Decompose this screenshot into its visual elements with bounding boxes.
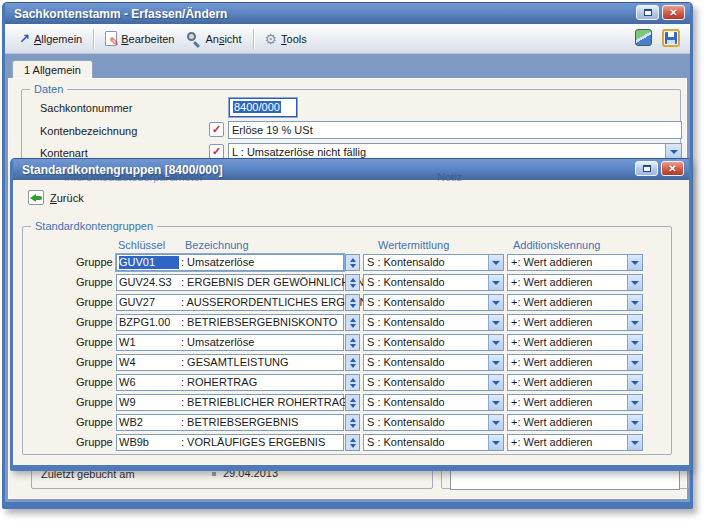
dropdown-arrow-icon[interactable] [627,255,642,270]
spinner-up-icon[interactable] [350,358,356,362]
schluessel-field[interactable]: GUV24.S3 : ERGEBNIS DER GEWÖHNLICHEN GES [116,274,344,291]
check-icon[interactable]: ✓ [209,144,224,159]
schluessel-spinner[interactable] [345,274,360,291]
zurueck-button[interactable]: Zurück [23,188,89,207]
spinner-down-icon[interactable] [350,444,356,448]
schluessel-spinner[interactable] [345,374,360,391]
spinner-up-icon[interactable] [350,298,356,302]
dropdown-arrow-icon[interactable] [488,255,503,270]
schluessel-field[interactable]: W9 : BETRIEBLICHER ROHERTRAG [116,394,344,411]
additionskennung-select[interactable]: +: Wert addieren [507,354,643,371]
spinner-up-icon[interactable] [350,338,356,342]
spinner-up-icon[interactable] [350,398,356,402]
dropdown-arrow-icon[interactable] [488,295,503,310]
additionskennung-select[interactable]: +: Wert addieren [507,394,643,411]
spinner-down-icon[interactable] [350,384,356,388]
schluessel-field[interactable]: W1 : Umsatzerlöse [116,334,344,351]
dialog-restore-button[interactable] [635,161,658,176]
schluessel-field[interactable]: WB2 : BETRIEBSERGEBNIS [116,414,344,431]
additionskennung-select[interactable]: +: Wert addieren [507,414,643,431]
spinner-up-icon[interactable] [350,438,356,442]
wertermittlung-select[interactable]: S : Kontensaldo [363,434,504,451]
dropdown-arrow-icon[interactable] [488,435,503,450]
dropdown-arrow-icon[interactable] [488,275,503,290]
spinner-down-icon[interactable] [350,344,356,348]
dropdown-arrow-icon[interactable] [627,275,642,290]
spinner-down-icon[interactable] [350,324,356,328]
wertermittlung-select[interactable]: S : Kontensaldo [363,374,504,391]
dropdown-arrow-icon[interactable] [488,375,503,390]
wertermittlung-select[interactable]: S : Kontensaldo [363,414,504,431]
additionskennung-select[interactable]: +: Wert addieren [507,314,643,331]
schluessel-spinner[interactable] [345,294,360,311]
wertermittlung-select[interactable]: S : Kontensaldo [363,354,504,371]
restore-button[interactable] [636,5,659,20]
kontenbezeichnung-input[interactable]: Erlöse 19 % USt [228,121,682,139]
check-icon[interactable]: ✓ [209,122,224,137]
wertermittlung-select[interactable]: S : Kontensaldo [363,254,504,271]
dropdown-arrow-icon[interactable] [627,335,642,350]
additionskennung-select[interactable]: +: Wert addieren [507,374,643,391]
additionskennung-select[interactable]: +: Wert addieren [507,294,643,311]
dropdown-arrow-icon[interactable] [627,315,642,330]
spinner-up-icon[interactable] [350,318,356,322]
schluessel-field[interactable]: GUV01 : Umsatzerlöse [116,254,344,271]
additionskennung-select[interactable]: +: Wert addieren [507,334,643,351]
menu-bearbeiten[interactable]: ✎ Bearbeiten [99,28,180,49]
spinner-up-icon[interactable] [350,278,356,282]
spinner-down-icon[interactable] [350,284,356,288]
schluessel-spinner[interactable] [345,354,360,371]
spinner-down-icon[interactable] [350,404,356,408]
spinner-down-icon[interactable] [350,364,356,368]
dropdown-arrow-icon[interactable] [627,295,642,310]
dropdown-arrow-icon[interactable] [627,435,642,450]
wertermittlung-select[interactable]: S : Kontensaldo [363,294,504,311]
spinner-down-icon[interactable] [350,424,356,428]
schluessel-spinner[interactable] [345,414,360,431]
close-button[interactable]: ✕ [662,5,685,20]
wertermittlung-select[interactable]: S : Kontensaldo [363,334,504,351]
additionskennung-select[interactable]: +: Wert addieren [507,254,643,271]
schluessel-spinner[interactable] [345,434,360,451]
kontenbezeichnung-label: Kontenbezeichnung [40,125,137,137]
sachkontonummer-input[interactable]: 8400/000 [229,98,297,117]
menu-tools[interactable]: ⚙ Tools [259,29,313,49]
dropdown-arrow-icon[interactable] [488,315,503,330]
spinner-up-icon[interactable] [350,378,356,382]
schluessel-spinner[interactable] [345,394,360,411]
dropdown-arrow-icon[interactable] [488,335,503,350]
schluessel-field[interactable]: W6 : ROHERTRAG [116,374,344,391]
dropdown-arrow-icon[interactable] [488,355,503,370]
schluessel-field[interactable]: WB9b : VORLÄUFIGES ERGEBNIS [116,434,344,451]
dropdown-arrow-icon[interactable] [627,375,642,390]
schluessel-field[interactable]: W4 : GESAMTLEISTUNG [116,354,344,371]
save-icon[interactable] [662,29,680,47]
dropdown-arrow-icon[interactable] [627,355,642,370]
dropdown-arrow-icon[interactable] [627,415,642,430]
schluessel-spinner[interactable] [345,334,360,351]
menu-allgemein[interactable]: ↗ Allgemein [13,29,88,48]
dialog-close-button[interactable]: ✕ [661,161,684,176]
wertermittlung-select[interactable]: S : Kontensaldo [363,394,504,411]
bezeichnung-value: : BETRIEBSERGEBNISKONTO [181,316,337,329]
menu-ansicht[interactable]: Ansicht [180,28,247,49]
wertermittlung-select[interactable]: S : Kontensaldo [363,274,504,291]
schluessel-spinner[interactable] [345,314,360,331]
spinner-up-icon[interactable] [350,418,356,422]
additionskennung-select[interactable]: +: Wert addieren [507,434,643,451]
dropdown-arrow-icon[interactable] [488,395,503,410]
dropdown-arrow-icon[interactable] [627,395,642,410]
sachkontonummer-label: Sachkontonummer [40,102,132,114]
cube-icon[interactable] [635,29,652,46]
additionskennung-value: +: Wert addieren [511,436,592,449]
spinner-down-icon[interactable] [350,304,356,308]
additionskennung-select[interactable]: +: Wert addieren [507,274,643,291]
dropdown-arrow-icon[interactable] [488,415,503,430]
tab-allgemein[interactable]: 1 Allgemein [12,60,93,79]
schluessel-spinner[interactable] [345,254,360,271]
wertermittlung-select[interactable]: S : Kontensaldo [363,314,504,331]
spinner-down-icon[interactable] [350,264,356,268]
schluessel-field[interactable]: BZPG1.00 : BETRIEBSERGEBNISKONTO [116,314,344,331]
schluessel-field[interactable]: GUV27 : AUSSERORDENTLICHES ERGEBNIS [116,294,344,311]
spinner-up-icon[interactable] [350,258,356,262]
